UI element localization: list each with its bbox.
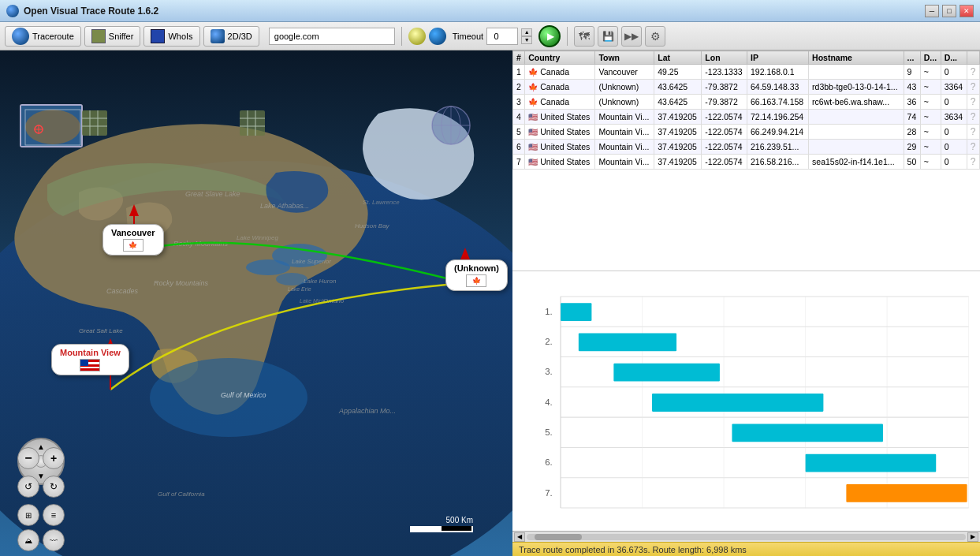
svg-text:Gulf of California: Gulf of California <box>158 491 205 498</box>
scroll-track[interactable] <box>527 534 966 540</box>
import-button[interactable]: 🗺 <box>574 26 594 47</box>
svg-text:3.: 3. <box>545 367 552 376</box>
minimize-button[interactable]: ─ <box>925 5 939 17</box>
timeout-up[interactable]: ▲ <box>521 28 532 36</box>
svg-text:Gulf of Mexico: Gulf of Mexico <box>221 391 266 399</box>
whois-button[interactable]: WhoIs <box>143 26 199 47</box>
flag-icon: 🍁 <box>528 68 538 76</box>
export-icon: 💾 <box>602 31 614 42</box>
flag-icon: 🇺🇸 <box>528 143 538 151</box>
cell-lon: -79.3872 <box>702 80 747 95</box>
cell-lat: 43.6425 <box>654 80 702 95</box>
cell-lon: -122.0574 <box>702 140 747 155</box>
scale-text: 500 Km <box>446 516 473 524</box>
cell-lon: -122.0574 <box>702 155 747 170</box>
table-row[interactable]: 7 🇺🇸 United States Mountain Vi... 37.419… <box>513 155 980 170</box>
timeout-down[interactable]: ▼ <box>521 36 532 44</box>
cell-col9: ~ <box>920 65 941 80</box>
app-title: Open Visual Trace Route 1.6.2 <box>24 6 158 17</box>
terrain-button[interactable]: ⛰ <box>17 529 39 551</box>
col-hostname: Hostname <box>809 51 904 65</box>
cell-lon: -123.1333 <box>702 65 747 80</box>
timeout-spinners[interactable]: ▲ ▼ <box>521 28 532 44</box>
table-body: 1 🍁 Canada Vancouver 49.25 -123.1333 192… <box>513 65 980 170</box>
settings-button[interactable]: ⚙ <box>645 26 665 47</box>
cell-col9: ~ <box>920 80 941 95</box>
svg-text:2.: 2. <box>545 337 552 346</box>
rotate-ccw-button[interactable]: ↺ <box>17 476 39 498</box>
sniffer-button[interactable]: Sniffer <box>84 26 141 47</box>
cell-ip: 216.239.51... <box>747 140 809 155</box>
chart-svg: 1. 2. 3. 4. 5. 6. 7. <box>536 278 977 528</box>
cell-ip: 64.59.148.33 <box>747 80 809 95</box>
status-text: Trace route completed in 36.673s. Route … <box>519 545 747 554</box>
svg-text:Appalachian Mo...: Appalachian Mo... <box>338 407 396 415</box>
cell-col8: 36 <box>904 95 920 110</box>
play-button[interactable]: ▶ <box>538 25 561 47</box>
traceroute-button[interactable]: Traceroute <box>5 26 81 47</box>
timeout-input[interactable] <box>486 28 518 45</box>
chart-scrollbar[interactable]: ◀ ▶ <box>512 531 980 542</box>
settings-icon: ⚙ <box>650 30 661 43</box>
zoom-in-button[interactable]: + <box>43 447 65 469</box>
us-flag-mv <box>80 359 100 371</box>
rotate-cw-button[interactable]: ↻ <box>43 476 65 498</box>
scroll-right[interactable]: ▶ <box>967 532 978 542</box>
go-icon <box>408 28 426 45</box>
rotation-controls: ↺ ↻ <box>17 476 65 498</box>
table-row[interactable]: 1 🍁 Canada Vancouver 49.25 -123.1333 192… <box>513 65 980 80</box>
flag-icon: 🍁 <box>528 98 538 106</box>
flat-button[interactable]: 〰 <box>43 529 65 551</box>
forward-button[interactable]: ▶▶ <box>621 26 642 47</box>
close-button[interactable]: ✕ <box>960 5 974 17</box>
cell-country: 🍁 Canada <box>525 80 595 95</box>
cell-col8: 50 <box>904 155 920 170</box>
cell-town: (Unknown) <box>595 95 654 110</box>
col-town: Town <box>595 51 654 65</box>
table-row[interactable]: 6 🇺🇸 United States Mountain Vi... 37.419… <box>513 140 980 155</box>
sniffer-icon <box>91 29 106 43</box>
svg-text:6.: 6. <box>545 457 552 467</box>
cell-col9: ~ <box>920 140 941 155</box>
scroll-left[interactable]: ◀ <box>514 532 525 542</box>
table-row[interactable]: 5 🇺🇸 United States Mountain Vi... 37.419… <box>513 125 980 140</box>
svg-text:Lake Athabas...: Lake Athabas... <box>260 202 309 210</box>
globe-icon-top <box>79 107 110 139</box>
cell-col9: ~ <box>920 125 941 140</box>
svg-rect-78 <box>732 424 883 442</box>
main-content: Cascades Rocky Mountains Nevada Great Sa… <box>0 50 980 556</box>
info-button[interactable]: ≡ <box>43 504 65 526</box>
toolbar: Traceroute Sniffer WhoIs 2D/3D Timeout ▲… <box>0 22 980 50</box>
title-bar-controls: ─ □ ✕ <box>925 5 974 17</box>
map-label: 2D/3D <box>228 32 252 41</box>
globe-icon-right <box>430 104 473 147</box>
svg-text:Lake Huron: Lake Huron <box>304 278 337 285</box>
mountain-view-text: Mountain View <box>60 348 121 357</box>
cell-col10: 0 <box>941 125 967 140</box>
cell-town: Mountain Vi... <box>595 140 654 155</box>
sniffer-label: Sniffer <box>109 32 134 41</box>
layers-button[interactable]: ⊞ <box>17 504 39 526</box>
zoom-controls: − + <box>17 447 65 469</box>
col-ip: IP <box>747 51 809 65</box>
zoom-out-button[interactable]: − <box>17 447 39 469</box>
scroll-thumb[interactable] <box>535 534 582 540</box>
export-button[interactable]: 💾 <box>598 26 618 47</box>
svg-rect-75 <box>579 334 676 352</box>
cell-country: 🇺🇸 United States <box>525 110 595 125</box>
url-input[interactable] <box>269 28 395 45</box>
col-help <box>967 51 979 65</box>
col-lon: Lon <box>702 51 747 65</box>
svg-point-6 <box>276 273 307 285</box>
cell-lat: 37.419205 <box>654 155 702 170</box>
table-row[interactable]: 4 🇺🇸 United States Mountain Vi... 37.419… <box>513 110 980 125</box>
map-2d3d-button[interactable]: 2D/3D <box>203 26 259 47</box>
map-area[interactable]: Cascades Rocky Mountains Nevada Great Sa… <box>0 50 512 556</box>
maximize-button[interactable]: □ <box>942 5 956 17</box>
table-row[interactable]: 2 🍁 Canada (Unknown) 43.6425 -79.3872 64… <box>513 80 980 95</box>
separator-2 <box>567 27 568 46</box>
table-row[interactable]: 3 🍁 Canada (Unknown) 43.6425 -79.3872 66… <box>513 95 980 110</box>
canada-flag-unk: 🍁 <box>466 274 486 287</box>
traceroute-icon <box>12 28 29 45</box>
svg-text:Rocky Mountains: Rocky Mountains <box>154 279 209 287</box>
